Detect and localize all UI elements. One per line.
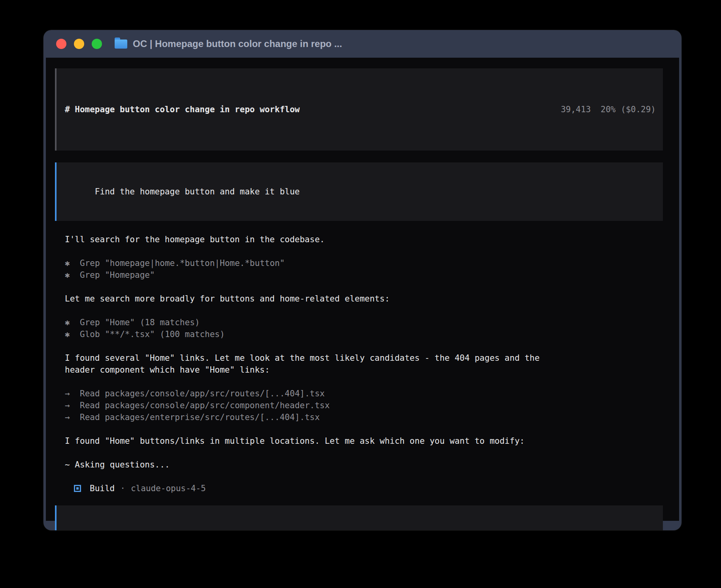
blank-line [55, 447, 663, 459]
tool-call-text: Grep "Home" (18 matches) [80, 318, 200, 327]
session-title: # Homepage button color change in repo w… [65, 104, 300, 115]
window-title: OC | Homepage button color change in rep… [133, 38, 342, 49]
zoom-button[interactable] [92, 39, 102, 49]
agent-status-row: Build · claude-opus-4-5 [74, 482, 663, 494]
tool-call-text: Read packages/enterprise/src/routes/[...… [80, 413, 320, 422]
assistant-text-line: I found "Home" buttons/links in multiple… [65, 435, 663, 447]
close-button[interactable] [56, 39, 66, 49]
blank-line [55, 376, 663, 388]
tool-call-line: ✱Grep "Homepage" [65, 269, 663, 281]
tool-asterisk-icon: ✱ [65, 317, 80, 328]
build-agent-icon [74, 485, 81, 492]
tool-call-line: ✱Grep "homepage|home.*button|Home.*butto… [65, 257, 663, 269]
tool-call-text: Grep "Homepage" [80, 270, 155, 280]
tool-asterisk-icon: ✱ [65, 257, 80, 269]
assistant-text-line: I'll search for the homepage button in t… [65, 234, 663, 245]
terminal-window: OC | Homepage button color change in rep… [43, 30, 681, 530]
status-model-name: claude-opus-4-5 [131, 482, 206, 494]
tool-asterisk-icon: ✱ [65, 328, 80, 340]
folder-icon [115, 40, 127, 49]
tool-call-text: Read packages/console/app/src/component/… [80, 401, 330, 410]
tool-call-line: →Read packages/console/app/src/routes/[.… [65, 388, 663, 400]
tool-asterisk-icon: ✱ [65, 269, 80, 281]
session-header: # Homepage button color change in repo w… [55, 68, 663, 151]
tool-call-line: ✱Glob "**/*.tsx" (100 matches) [65, 328, 663, 340]
assistant-text-line: ~ Asking questions... [65, 459, 663, 471]
tool-call-text: Grep "homepage|home.*button|Home.*button… [80, 258, 285, 268]
assistant-text-line: header component which have "Home" links… [65, 364, 663, 376]
blank-line [55, 245, 663, 257]
status-separator: · [120, 482, 125, 494]
tool-call-text: Read packages/console/app/src/routes/[..… [80, 389, 325, 398]
user-message-text: Find the homepage button and make it blu… [95, 187, 300, 196]
tool-call-line: →Read packages/console/app/src/component… [65, 400, 663, 411]
assistant-text-line: Let me search more broadly for buttons a… [65, 293, 663, 305]
window-titlebar[interactable]: OC | Homepage button color change in rep… [43, 30, 681, 58]
read-arrow-icon: → [65, 411, 80, 423]
context-percent: 20% [601, 104, 616, 115]
blank-line [55, 281, 663, 293]
read-arrow-icon: → [65, 388, 80, 400]
status-agent-name: Build [90, 482, 115, 494]
prompt-input[interactable]: Build Claude Opus 4.5 OpenCode Zen [55, 505, 663, 530]
minimize-button[interactable] [74, 39, 84, 49]
terminal-content: # Homepage button color change in repo w… [46, 58, 679, 521]
blank-line [55, 340, 663, 352]
assistant-transcript: I'll search for the homepage button in t… [55, 234, 663, 482]
tool-call-line: →Read packages/enterprise/src/routes/[..… [65, 411, 663, 423]
session-cost: ($0.29) [621, 104, 656, 115]
blank-line [55, 305, 663, 317]
tool-call-line: ✱Grep "Home" (18 matches) [65, 317, 663, 328]
session-stats: 39,413 20% ($0.29) [561, 104, 656, 115]
tool-call-text: Glob "**/*.tsx" (100 matches) [80, 330, 225, 339]
assistant-text-line: I found several "Home" links. Let me loo… [65, 352, 663, 364]
read-arrow-icon: → [65, 400, 80, 411]
blank-line [55, 423, 663, 435]
user-message: Find the homepage button and make it blu… [55, 162, 663, 221]
token-count: 39,413 [561, 104, 591, 115]
traffic-lights [56, 39, 102, 49]
blank-line [55, 471, 663, 482]
